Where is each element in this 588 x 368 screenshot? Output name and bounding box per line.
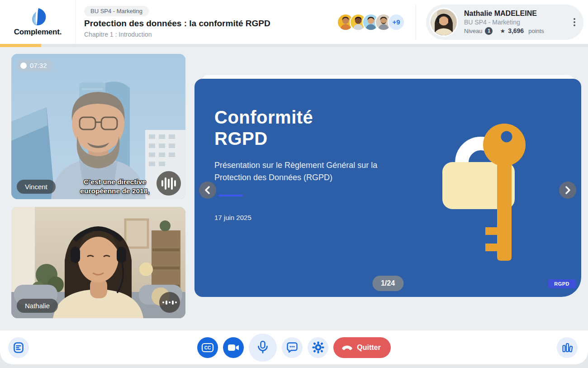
settings-button[interactable] <box>308 337 328 358</box>
course-progress-bar <box>0 44 588 47</box>
audio-level-icon <box>159 292 180 313</box>
chat-button[interactable] <box>282 337 303 358</box>
speaker-name-pill: Vincent <box>17 180 56 194</box>
slide-accent-line <box>218 195 243 196</box>
logo-icon <box>29 8 47 27</box>
chapter-label: Chapitre 1 : Introduction <box>84 31 152 38</box>
microphone-button[interactable] <box>249 334 277 362</box>
participants-more-badge[interactable]: +9 <box>388 14 405 31</box>
video-column: 07:32 C’est une directive européenne de … <box>11 54 185 330</box>
notes-icon <box>13 342 24 354</box>
logo-text: Complement. <box>14 28 62 37</box>
points-label: points <box>528 28 544 34</box>
camera-icon <box>228 344 239 352</box>
slide-subtitle: Présentation sur le Règlement Général su… <box>214 159 410 184</box>
slide-page-indicator: 1/24 <box>372 276 403 291</box>
audio-level-icon <box>156 171 181 196</box>
slide-canvas: Conformité RGPD Présentation sur le Règl… <box>194 79 581 297</box>
leaderboard-icon <box>562 342 573 353</box>
course-header: BU SP4 - Marketing Protection des donnée… <box>84 6 270 38</box>
lock-and-key-illustration <box>440 119 553 269</box>
slide-title: Conformité RGPD <box>214 107 313 149</box>
speaker-name-pill: Nathalie <box>17 299 58 313</box>
course-badge: BU SP4 - Marketing <box>84 6 149 16</box>
profile-card[interactable]: Nathalie MADELEINE BU SP4 - Marketing Ni… <box>426 5 583 40</box>
captions-button[interactable]: CC <box>197 337 218 358</box>
course-progress-fill <box>0 44 41 47</box>
cc-icon: CC <box>201 343 214 353</box>
slide-area: Conformité RGPD Présentation sur le Règl… <box>194 54 581 330</box>
recording-timer: 07:32 <box>17 59 53 72</box>
profile-team: BU SP4 - Marketing <box>464 19 570 26</box>
timer-value: 07:32 <box>30 62 47 69</box>
phone-down-icon <box>341 344 353 350</box>
chat-icon <box>286 342 298 353</box>
previous-slide-button[interactable] <box>199 182 216 199</box>
participants-avatars: +9 <box>337 14 405 31</box>
leaderboard-button[interactable] <box>557 337 578 358</box>
level-badge: 1 <box>485 27 493 35</box>
header: Complement. BU SP4 - Marketing Protectio… <box>0 0 588 44</box>
profile-menu-button[interactable] <box>570 14 579 30</box>
live-caption: C’est une directive européenne de 2018, <box>65 177 165 196</box>
chevron-left-icon <box>204 186 211 194</box>
logo: Complement. <box>0 0 76 44</box>
mic-icon <box>256 340 269 354</box>
page-title: Protection des données : la conformité R… <box>84 19 270 29</box>
notes-button[interactable] <box>8 337 29 358</box>
slide-date: 17 juin 2025 <box>214 214 251 221</box>
quit-label: Quitter <box>357 344 380 352</box>
toolbar-center: CC <box>197 334 390 362</box>
camera-button[interactable] <box>223 337 244 358</box>
app-window: Complement. BU SP4 - Marketing Protectio… <box>0 0 588 364</box>
caption-line: européenne de 2018, <box>65 186 165 196</box>
profile-level: Niveau 1 ★ 3,696 points <box>464 27 570 35</box>
call-toolbar: CC <box>0 330 588 364</box>
video-tile-nathalie[interactable]: Nathalie <box>11 207 185 318</box>
slide-brand-badge: RGPD <box>548 279 576 288</box>
profile-name: Nathalie MADELEINE <box>464 10 570 18</box>
chevron-right-icon <box>564 186 571 194</box>
level-label: Niveau <box>464 28 482 34</box>
svg-text:CC: CC <box>204 345 211 350</box>
main-content: 07:32 C’est une directive européenne de … <box>0 47 588 330</box>
gear-icon <box>312 341 324 354</box>
quit-call-button[interactable]: Quitter <box>333 337 390 358</box>
video-tile-vincent[interactable]: 07:32 C’est une directive européenne de … <box>11 54 185 199</box>
profile-info: Nathalie MADELEINE BU SP4 - Marketing Ni… <box>464 10 570 35</box>
next-slide-button[interactable] <box>559 182 576 199</box>
header-divider <box>416 5 416 40</box>
record-dot-icon <box>20 62 27 69</box>
star-icon: ★ <box>500 28 505 34</box>
caption-line: C’est une directive <box>65 177 165 186</box>
profile-avatar <box>429 8 458 37</box>
points-value: 3,696 <box>508 27 524 34</box>
